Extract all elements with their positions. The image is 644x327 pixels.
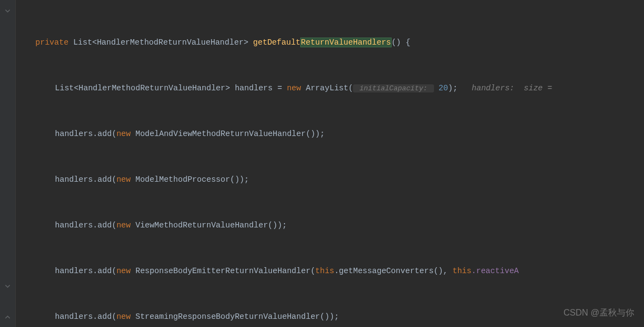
collapse-icon[interactable] [0, 281, 15, 296]
text: ResponseBodyEmitterReturnValueHandler( [135, 267, 315, 275]
text: ViewMethodReturnValueHandler()); [135, 221, 287, 230]
keyword: new [116, 312, 131, 321]
inlay-hint: initialCapacity: [353, 84, 434, 92]
text: handlers.add( [55, 267, 116, 275]
keyword: this [453, 267, 472, 275]
text: ModelAndViewMethodReturnValueHandler()); [135, 129, 325, 138]
keyword: private [35, 38, 69, 47]
keyword: this [315, 267, 335, 275]
keyword: new [116, 129, 131, 138]
text: handlers.add( [55, 221, 116, 230]
text: .getMessageConverters(), [334, 267, 453, 275]
code-line[interactable]: handlers.add(new StreamingResponseBodyRe… [16, 309, 644, 324]
text: () [392, 38, 401, 47]
code-line[interactable]: handlers.add(new ResponseBodyEmitterRetu… [16, 263, 644, 279]
number: 20 [438, 84, 448, 92]
keyword: new [116, 221, 131, 230]
code-line[interactable]: handlers.add(new ModelMethodProcessor())… [16, 172, 644, 187]
text: handlers.add( [55, 129, 116, 138]
code-line[interactable]: List<HandlerMethodReturnValueHandler> ha… [16, 81, 644, 96]
code-editor[interactable]: private List<HandlerMethodReturnValueHan… [16, 0, 644, 327]
text: handlers.add( [55, 312, 116, 321]
search-highlight: ReturnValueHandlers [300, 38, 391, 47]
type: List<HandlerMethodReturnValueHandler> [73, 38, 249, 47]
expand-up-icon[interactable] [0, 311, 15, 326]
text: ModelMethodProcessor()); [135, 175, 249, 184]
code-line[interactable]: private List<HandlerMethodReturnValueHan… [16, 35, 644, 50]
field: .reactiveA [472, 267, 519, 275]
text: List<HandlerMethodReturnValueHandler> ha… [55, 84, 287, 92]
code-line[interactable]: handlers.add(new ModelAndViewMethodRetur… [16, 126, 644, 141]
editor-gutter [0, 0, 16, 327]
keyword: new [287, 84, 301, 92]
method-name: getDefault [253, 38, 300, 47]
inline-comment: handlers: size = [457, 84, 552, 92]
keyword: new [116, 175, 131, 184]
collapse-icon[interactable] [0, 5, 15, 21]
text: ArrayList( [301, 84, 353, 92]
text: StreamingResponseBodyReturnValueHandler(… [135, 312, 339, 321]
keyword: new [116, 267, 131, 275]
code-line[interactable]: handlers.add(new ViewMethodReturnValueHa… [16, 218, 644, 233]
text: ); [448, 84, 457, 92]
text: handlers.add( [55, 175, 116, 184]
text: { [401, 38, 410, 47]
